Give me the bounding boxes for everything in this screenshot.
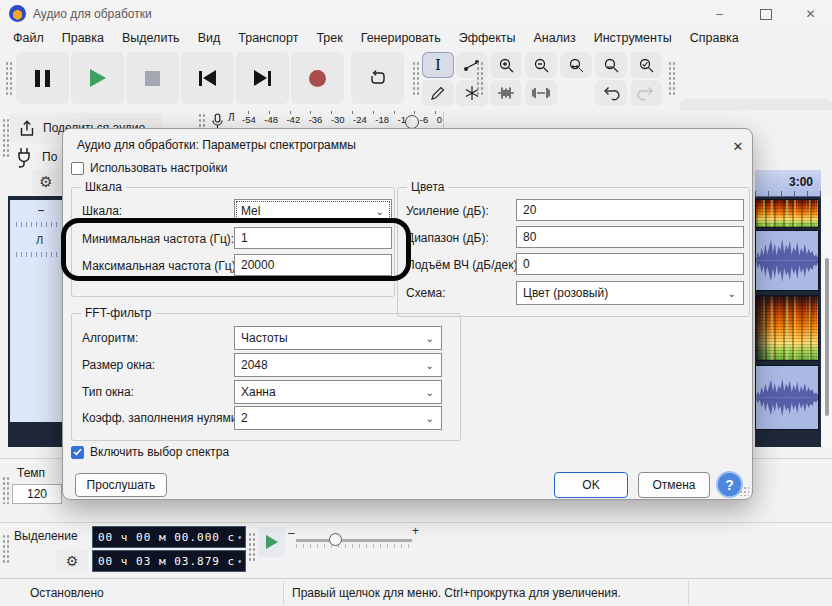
- skip-to-start-button[interactable]: [181, 52, 234, 104]
- scheme-dropdown[interactable]: Цвет (розовый) ⌄: [516, 281, 744, 305]
- menu-edit[interactable]: Правка: [53, 31, 113, 45]
- pause-button[interactable]: [16, 52, 69, 104]
- range-value: 80: [523, 230, 536, 244]
- ok-button[interactable]: OK: [554, 472, 628, 498]
- annotation-highlight: [61, 218, 411, 281]
- skip-to-end-button[interactable]: [236, 52, 289, 104]
- selection-toolbar-grip[interactable]: [2, 534, 9, 564]
- vertical-scrollbar[interactable]: [821, 197, 832, 447]
- play-icon: [90, 69, 106, 87]
- spectral-selection-checkbox[interactable]: [71, 446, 84, 459]
- use-preferences-checkbox[interactable]: [71, 162, 84, 175]
- high-boost-value: 0: [523, 257, 530, 271]
- scrollbar-thumb[interactable]: [825, 258, 829, 416]
- undo-button[interactable]: [595, 80, 627, 106]
- tools-toolbar-grip[interactable]: [412, 61, 419, 95]
- zero-padding-dropdown[interactable]: 2 ⌄: [234, 406, 442, 430]
- selection-start-field[interactable]: 00 ч 00 м 00.000 с ▾: [92, 526, 246, 548]
- speed-slider-handle[interactable]: [329, 533, 342, 546]
- menu-tools[interactable]: Инструменты: [585, 31, 681, 45]
- edit-toolbar-grip[interactable]: [476, 61, 483, 95]
- menu-analyze[interactable]: Анализ: [525, 31, 585, 45]
- selection-tool-button[interactable]: I: [422, 52, 454, 78]
- silence-icon: [532, 85, 550, 101]
- selection-options-button[interactable]: ⚙: [56, 549, 88, 573]
- cancel-button[interactable]: Отмена: [638, 472, 710, 498]
- dialog-close-button[interactable]: ✕: [726, 134, 750, 158]
- share-toolbar-grip[interactable]: [2, 118, 9, 158]
- plugins-button[interactable]: По: [14, 146, 57, 168]
- menu-view[interactable]: Вид: [189, 31, 230, 45]
- check-icon: [73, 448, 82, 456]
- menu-effect[interactable]: Эффекты: [450, 31, 525, 45]
- gain-input[interactable]: 20: [516, 199, 744, 221]
- scale-group-legend: Шкала: [81, 180, 126, 194]
- play-button[interactable]: [71, 52, 124, 104]
- play-at-speed-button[interactable]: [258, 527, 285, 557]
- track-control-panel[interactable]: – Л: [10, 200, 62, 422]
- chevron-down-icon: ⌄: [376, 206, 391, 217]
- range-input[interactable]: 80: [516, 226, 744, 248]
- zoom-in-button[interactable]: [490, 52, 522, 78]
- silence-audio-button[interactable]: [525, 80, 557, 106]
- close-button[interactable]: ✕: [788, 0, 832, 28]
- zero-padding-label: Коэфф. заполнения нулями:: [82, 411, 241, 425]
- loop-button[interactable]: [351, 52, 404, 104]
- transport-toolbar-grip[interactable]: [5, 61, 12, 95]
- spectrogram-clip-2[interactable]: [755, 295, 819, 361]
- menu-file[interactable]: Файл: [4, 31, 53, 45]
- redo-button[interactable]: [630, 80, 662, 106]
- selection-start-value: 00 ч 00 м 00.000 с: [98, 531, 235, 544]
- timeline-ticks: [755, 191, 821, 196]
- menu-select[interactable]: Выделить: [113, 31, 189, 45]
- stop-icon: [145, 71, 160, 86]
- play-speed-grip[interactable]: [248, 532, 255, 562]
- time-format-caret-icon: ▾: [237, 557, 245, 566]
- undo-icon: [602, 85, 620, 101]
- waveform-clip-2[interactable]: [755, 365, 819, 430]
- menu-help[interactable]: Справка: [681, 31, 748, 45]
- fit-project-icon: [603, 57, 620, 74]
- zoom-out-button[interactable]: [525, 52, 557, 78]
- zoom-toggle-button[interactable]: [630, 52, 662, 78]
- share-icon: [19, 120, 35, 137]
- minimize-button[interactable]: –: [697, 0, 742, 28]
- speed-slider-ticks: [296, 544, 412, 548]
- dialog-resize-grip[interactable]: [739, 486, 749, 496]
- speed-slider-track[interactable]: [296, 539, 412, 542]
- maximize-button[interactable]: [743, 0, 788, 28]
- meter-level-knob[interactable]: [405, 115, 419, 129]
- timeline-options-button[interactable]: ⚙: [32, 169, 60, 195]
- menu-transport[interactable]: Транспорт: [229, 31, 307, 45]
- zoom-selection-button[interactable]: [560, 52, 592, 78]
- high-boost-label: Подъём ВЧ (дБ/дек):: [406, 258, 521, 272]
- stop-button[interactable]: [126, 52, 179, 104]
- record-button[interactable]: [291, 52, 344, 104]
- preview-button[interactable]: Прослушать: [75, 473, 167, 497]
- selection-end-field[interactable]: 00 ч 03 м 03.879 с ▾: [92, 550, 246, 572]
- main-toolbar: I: [0, 47, 832, 111]
- menu-tracks[interactable]: Трек: [307, 31, 351, 45]
- menu-generate[interactable]: Генерировать: [352, 31, 450, 45]
- spectrogram-clip-1[interactable]: [755, 199, 819, 228]
- high-boost-input[interactable]: 0: [516, 253, 744, 275]
- audio-setup-grip[interactable]: [668, 61, 675, 95]
- track-canvas[interactable]: [755, 197, 821, 447]
- window-size-dropdown[interactable]: 2048 ⌄: [234, 353, 442, 377]
- timeline-ruler[interactable]: 3:00: [755, 170, 821, 197]
- waveform-clip-1[interactable]: [755, 230, 819, 291]
- tempo-field[interactable]: 120: [12, 484, 62, 504]
- selection-end-value: 00 ч 03 м 03.879 с: [98, 555, 235, 568]
- window-type-label: Тип окна:: [82, 385, 134, 399]
- envelope-tool-button[interactable]: [456, 52, 488, 78]
- window-type-dropdown[interactable]: Ханна ⌄: [234, 380, 442, 404]
- scale-label: Шкала:: [82, 204, 122, 218]
- time-signature-grip[interactable]: [2, 476, 9, 504]
- draw-tool-button[interactable]: [422, 80, 454, 106]
- window-type-value: Ханна: [241, 385, 276, 399]
- trim-audio-button[interactable]: [490, 80, 522, 106]
- fit-project-button[interactable]: [595, 52, 627, 78]
- scheme-value: Цвет (розовый): [523, 286, 608, 300]
- multi-tool-button[interactable]: [456, 80, 488, 106]
- algorithm-dropdown[interactable]: Частоты ⌄: [234, 326, 442, 350]
